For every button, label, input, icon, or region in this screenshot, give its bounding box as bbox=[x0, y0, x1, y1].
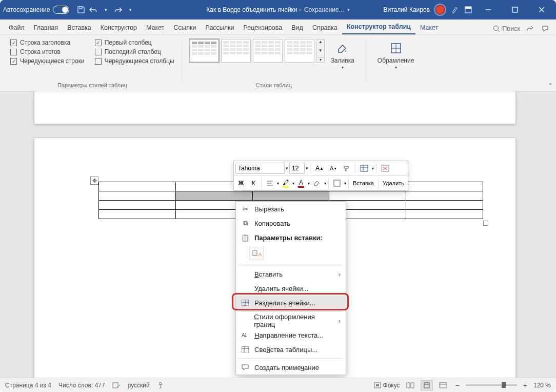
group-borders: Обрамление ▾ bbox=[368, 39, 423, 88]
maximize-button[interactable] bbox=[504, 0, 526, 19]
check-banded-rows[interactable]: Чередующиеся строки bbox=[10, 57, 85, 65]
undo-icon[interactable] bbox=[89, 5, 98, 14]
increase-font-icon[interactable]: A▲ bbox=[313, 163, 326, 174]
zoom-in-button[interactable]: + bbox=[521, 381, 529, 389]
collapse-ribbon-icon[interactable]: ⌃ bbox=[548, 82, 553, 89]
svg-text:A: A bbox=[242, 332, 245, 338]
more-commands-icon[interactable]: ▾ bbox=[126, 5, 135, 14]
table-move-handle[interactable]: ✥ bbox=[90, 177, 98, 185]
ctx-table-properties[interactable]: Свойства таблицы... bbox=[236, 342, 346, 357]
svg-rect-19 bbox=[334, 180, 340, 186]
page-previous bbox=[34, 91, 516, 124]
share-icon[interactable] bbox=[524, 23, 535, 34]
status-page[interactable]: Страница 4 из 4 bbox=[5, 382, 51, 389]
redo-icon[interactable] bbox=[113, 5, 123, 14]
align-button[interactable] bbox=[264, 178, 276, 189]
svg-rect-10 bbox=[361, 165, 368, 171]
tab-table-design[interactable]: Конструктор таблиц bbox=[342, 20, 415, 34]
ctx-paste-options: 📋Параметры вставки: bbox=[236, 230, 346, 245]
search-box[interactable]: Поиск bbox=[493, 25, 520, 32]
paste-keep-formatting[interactable]: 📋A bbox=[249, 247, 264, 260]
ctx-delete-cells[interactable]: Удалить ячейки... bbox=[236, 281, 346, 296]
coming-soon-icon[interactable] bbox=[450, 5, 460, 14]
svg-rect-24 bbox=[242, 346, 249, 352]
font-size-input[interactable] bbox=[289, 163, 305, 174]
ctx-split-cells[interactable]: Разделить ячейки... bbox=[236, 296, 346, 310]
copy-icon: ⧉ bbox=[241, 219, 249, 227]
group-label-options: Параметры стилей таблиц bbox=[57, 80, 127, 88]
document-title: Как в Ворде объединить ячейки - bbox=[206, 6, 301, 13]
zoom-out-button[interactable]: − bbox=[453, 381, 462, 389]
tab-home[interactable]: Главная bbox=[29, 21, 63, 34]
decrease-font-icon[interactable]: A▼ bbox=[327, 163, 340, 174]
ctx-insert[interactable]: Вставить› bbox=[236, 267, 346, 281]
close-button[interactable] bbox=[530, 0, 553, 19]
tab-insert[interactable]: Вставка bbox=[63, 21, 95, 34]
insert-menu-icon[interactable] bbox=[358, 163, 371, 174]
table-style-1[interactable] bbox=[189, 39, 219, 63]
ctx-cut[interactable]: ✂Вырезать bbox=[236, 202, 346, 216]
ctx-new-comment[interactable]: Создать примечание bbox=[236, 360, 346, 375]
web-layout-icon[interactable] bbox=[437, 380, 449, 390]
styles-down-icon[interactable]: ▼ bbox=[317, 48, 324, 53]
highlight-button[interactable]: 🖍 bbox=[280, 178, 291, 189]
avatar[interactable] bbox=[434, 4, 446, 16]
zoom-value[interactable]: 120 % bbox=[533, 382, 551, 389]
ribbon-display-icon[interactable] bbox=[464, 5, 473, 14]
check-header-row[interactable]: Строка заголовка bbox=[10, 39, 70, 46]
styles-up-icon[interactable]: ▲ bbox=[317, 40, 324, 44]
accessibility-icon[interactable] bbox=[157, 382, 164, 389]
tab-references[interactable]: Ссылки bbox=[169, 21, 201, 34]
spellcheck-icon[interactable] bbox=[112, 382, 121, 389]
group-label-styles: Стили таблиц bbox=[256, 80, 292, 88]
ctx-text-direction[interactable]: AНаправление текста... bbox=[236, 328, 346, 342]
tab-design[interactable]: Конструктор bbox=[96, 21, 142, 34]
italic-button[interactable]: К bbox=[248, 178, 259, 189]
check-banded-cols[interactable]: Чередующиеся столбцы bbox=[95, 57, 174, 65]
delete-label[interactable]: Удалить bbox=[381, 180, 406, 186]
insert-label[interactable]: Вставка bbox=[351, 180, 376, 186]
tab-help[interactable]: Справка bbox=[308, 21, 342, 34]
comments-icon[interactable] bbox=[540, 23, 551, 34]
focus-mode[interactable]: Фокус bbox=[374, 382, 400, 389]
username[interactable]: Виталий Каиров bbox=[383, 6, 430, 13]
tab-layout[interactable]: Макет bbox=[142, 21, 169, 34]
table-resize-handle[interactable] bbox=[483, 221, 488, 226]
check-total-row[interactable]: Строка итогов bbox=[10, 48, 61, 55]
autosave-toggle[interactable] bbox=[53, 6, 69, 14]
font-family-input[interactable] bbox=[235, 163, 285, 174]
tab-review[interactable]: Рецензирова bbox=[239, 21, 287, 34]
border-mini-button[interactable] bbox=[331, 178, 343, 189]
font-color-button[interactable]: A bbox=[295, 178, 307, 189]
check-last-col[interactable]: Последний столбец bbox=[95, 48, 161, 55]
read-mode-icon[interactable] bbox=[404, 380, 416, 390]
table-style-4[interactable] bbox=[285, 39, 314, 63]
tab-view[interactable]: Вид bbox=[287, 21, 308, 34]
table-style-2[interactable] bbox=[221, 39, 251, 63]
group-table-styles: ▲ ▼ ▾ Заливка ▾ Стили таблиц bbox=[184, 39, 364, 88]
ribbon: Строка заголовка Строка итогов Чередующи… bbox=[0, 35, 556, 91]
zoom-slider[interactable] bbox=[466, 384, 517, 386]
save-icon[interactable] bbox=[76, 5, 86, 14]
styles-more-icon[interactable]: ▾ bbox=[317, 57, 324, 62]
tab-mailings[interactable]: Рассылки bbox=[201, 21, 239, 34]
delete-menu-icon[interactable] bbox=[379, 163, 392, 174]
minimize-button[interactable] bbox=[477, 0, 500, 19]
shading-mini-button[interactable] bbox=[311, 178, 323, 189]
bold-button[interactable]: Ж bbox=[235, 178, 247, 189]
print-layout-icon[interactable] bbox=[421, 380, 433, 390]
check-first-col[interactable]: Первый столбец bbox=[95, 39, 152, 46]
borders-button[interactable]: Обрамление ▾ bbox=[373, 39, 418, 71]
status-words[interactable]: Число слов: 477 bbox=[58, 382, 105, 389]
tab-file[interactable]: Файл bbox=[4, 21, 29, 34]
status-language[interactable]: русский bbox=[128, 382, 150, 389]
ctx-copy[interactable]: ⧉Копировать bbox=[236, 216, 346, 230]
table-style-3[interactable] bbox=[253, 39, 283, 63]
document-area[interactable]: ✥ ▾ ▾ A▲ A▼ ▾ Ж К ▾ 🖍 bbox=[0, 91, 556, 378]
shading-button[interactable]: Заливка ▾ bbox=[327, 39, 359, 71]
svg-point-28 bbox=[160, 382, 162, 384]
tab-table-layout[interactable]: Макет bbox=[415, 21, 443, 34]
ctx-border-styles[interactable]: Стили оформления границ› bbox=[236, 313, 346, 328]
format-painter-icon[interactable] bbox=[341, 163, 353, 174]
chevron-down-icon[interactable]: ▾ bbox=[101, 5, 110, 14]
